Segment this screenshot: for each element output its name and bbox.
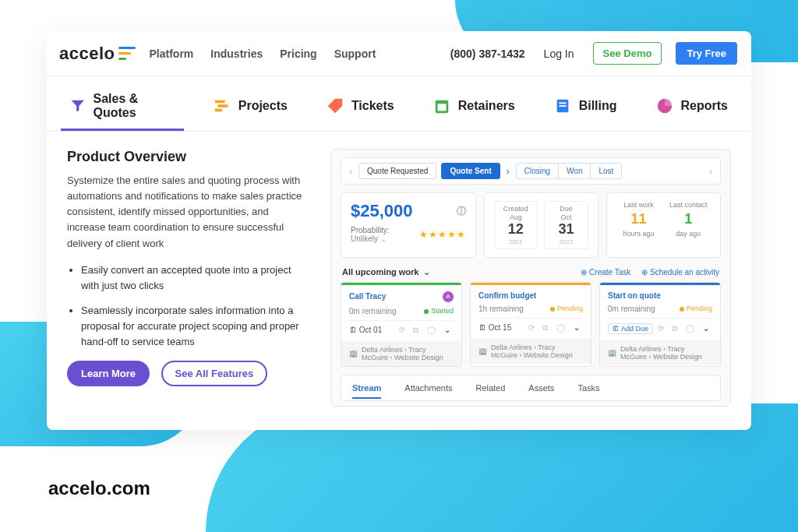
learn-more-button[interactable]: Learn More [67,361,150,386]
funnel-icon [70,97,86,115]
module-projects[interactable]: Projects [210,90,291,125]
task-title: Call Tracy [349,292,386,301]
module-tickets[interactable]: Tickets [323,90,397,125]
svg-rect-2 [215,109,222,112]
probability-label: Probability: [351,226,389,234]
main-nav: Platform Industries Pricing Support [150,48,376,60]
building-icon: 🏢 [349,350,358,358]
tab-attachments[interactable]: Attachments [404,383,452,399]
tab-stream[interactable]: Stream [352,383,381,399]
tag-icon [327,97,344,115]
stage-quote-sent[interactable]: Quote Sent [441,163,500,179]
probability-value[interactable]: Unlikely [351,234,378,243]
overview-heading: Product Overview [67,149,309,165]
create-task-link[interactable]: Create Task [581,268,630,277]
last-contact-value: 1 [666,211,711,227]
svg-rect-4 [437,104,446,111]
nav-pricing[interactable]: Pricing [280,48,316,60]
work-header: All upcoming work ⌄ Create Task Schedule… [341,267,721,277]
task-card[interactable]: Start on quote 0m remainingPending 🗓 Add… [599,282,721,367]
chevron-right-icon[interactable]: › [505,166,511,177]
gantt-icon [214,97,231,115]
avatar: A [443,291,454,302]
top-navbar: accelo Platform Industries Pricing Suppo… [47,31,751,76]
chevron-down-icon[interactable]: ⌄ [421,267,430,277]
last-work-value: 11 [616,211,662,227]
upcoming-work-filter[interactable]: All upcoming work [342,267,418,277]
task-meta: Delta Airlines › Tracy McGuire › Website… [491,344,583,359]
chevron-left-icon[interactable]: ‹ [348,166,354,177]
app-preview: ‹ Quote Requested Quote Sent › Closing W… [330,149,731,407]
see-all-features-button[interactable]: See All Features [161,361,268,386]
stage-quote-requested[interactable]: Quote Requested [358,163,436,179]
activity-card: Last work 11 hours ago Last contact 1 da… [606,192,721,258]
overview-body: Systemize the entire sales and quoting p… [67,173,309,252]
module-label: Tickets [351,99,394,113]
task-title: Start on quote [608,291,661,300]
task-card[interactable]: Call TracyA 0m remainingStarted 🗓 Oct 01… [341,282,462,367]
module-label: Retainers [458,99,515,113]
stage-lost[interactable]: Lost [591,164,621,178]
module-retainers[interactable]: Retainers [430,90,518,125]
task-remaining: 1h remaining [478,305,524,313]
task-due: 🗓 Oct 15 [478,323,511,332]
dates-card: Created Aug 12 2021 Due Oct 31 2021 [484,192,598,258]
overview-bullet: Easily convert an accepted quote into a … [81,262,309,294]
task-due: 🗓 Oct 01 [349,326,382,334]
due-date: Due Oct 31 2021 [544,201,588,249]
try-free-button[interactable]: Try Free [676,42,737,65]
module-label: Reports [681,99,728,113]
module-sales-quotes[interactable]: Sales & Quotes [67,84,178,131]
stage-group: Closing Won Lost [516,163,623,179]
overview-bullet: Seamlessly incorporate sales information… [81,303,309,350]
nav-support[interactable]: Support [334,48,376,60]
logo[interactable]: accelo [55,44,136,64]
amount-card: $25,000ⓘ Probability: Unlikely ⌄ ★★★★★ [341,192,476,258]
tab-assets[interactable]: Assets [528,383,554,399]
detail-tabs: Stream Attachments Related Assets Tasks [341,375,721,401]
task-card[interactable]: Confirm budget 1h remainingPending 🗓 Oct… [470,282,591,367]
footer-url: accelo.com [48,477,150,499]
task-meta: Delta Airlines › Tracy McGuire › Website… [620,345,712,361]
module-label: Sales & Quotes [94,92,175,120]
tab-tasks[interactable]: Tasks [577,383,599,399]
invoice-icon [554,97,571,115]
task-status: Started [431,307,454,315]
phone-number[interactable]: (800) 387-1432 [450,48,525,60]
pie-chart-icon [656,97,673,115]
task-action-icons[interactable]: ⟳ ⧉ ◯ ⌄ [658,324,712,333]
see-demo-button[interactable]: See Demo [593,42,662,65]
nav-platform[interactable]: Platform [150,48,194,60]
overview-panel: Product Overview Systemize the entire sa… [67,149,309,407]
chevron-down-icon[interactable]: ⌄ [380,234,387,243]
chevron-right-end-icon[interactable]: › [708,166,714,177]
module-billing[interactable]: Billing [551,90,620,125]
info-icon[interactable]: ⓘ [457,205,466,218]
created-date: Created Aug 12 2021 [494,201,538,249]
task-status: Pending [557,305,583,312]
stage-won[interactable]: Won [559,164,591,178]
task-action-icons[interactable]: ⟳ ⧉ ◯ ⌄ [528,323,583,333]
deal-amount: $25,000 [351,201,413,221]
schedule-activity-link[interactable]: Schedule an activity [641,268,719,277]
module-label: Billing [579,99,617,113]
task-remaining: 0m remaining [608,305,655,313]
svg-rect-7 [559,105,566,107]
logo-text: accelo [59,44,115,64]
stage-row: ‹ Quote Requested Quote Sent › Closing W… [341,157,721,185]
page-card: accelo Platform Industries Pricing Suppo… [47,31,751,430]
stage-closing[interactable]: Closing [517,164,559,178]
login-link[interactable]: Log In [539,48,579,60]
module-label: Projects [238,99,288,113]
tab-related[interactable]: Related [475,383,505,399]
module-tabs: Sales & Quotes Projects Tickets Retainer… [47,76,751,132]
task-status: Pending [687,305,712,312]
task-action-icons[interactable]: ⟳ ⧉ ◯ ⌄ [399,326,454,335]
nav-industries[interactable]: Industries [210,48,263,60]
svg-rect-0 [215,100,225,104]
svg-rect-1 [217,104,228,107]
module-reports[interactable]: Reports [653,90,731,125]
building-icon: 🏢 [478,347,487,355]
add-due-button[interactable]: 🗓 Add Due [608,323,653,334]
star-rating[interactable]: ★★★★★ [419,229,466,240]
